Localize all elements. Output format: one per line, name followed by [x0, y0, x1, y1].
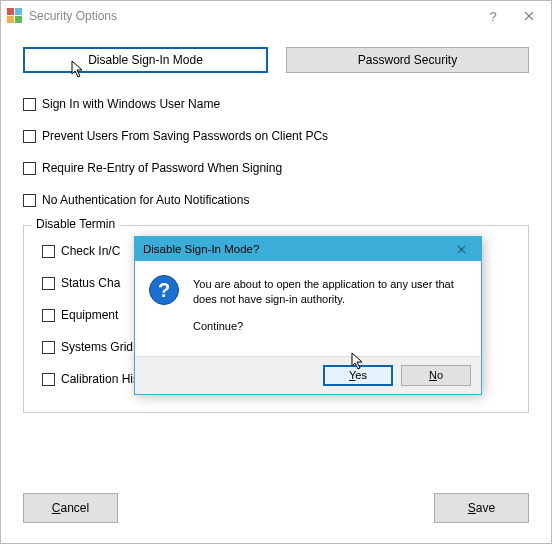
password-security-button[interactable]: Password Security: [286, 47, 529, 73]
help-button[interactable]: ?: [479, 1, 507, 31]
checkbox-prevent-save[interactable]: Prevent Users From Saving Passwords on C…: [23, 129, 529, 143]
dialog-close-button[interactable]: [449, 241, 473, 257]
titlebar: Security Options ?: [1, 1, 551, 31]
dialog-text: You are about to open the application to…: [193, 275, 467, 346]
security-options-window: Security Options ? Disable Sign-In Mode …: [0, 0, 552, 544]
checkbox-icon: [42, 341, 55, 354]
checkbox-reentry[interactable]: Require Re-Entry of Password When Signin…: [23, 161, 529, 175]
checkbox-label: Sign In with Windows User Name: [42, 97, 220, 111]
disable-signin-label: Disable Sign-In Mode: [88, 53, 203, 67]
group-legend: Disable Termin: [32, 217, 119, 231]
checkbox-label: Prevent Users From Saving Passwords on C…: [42, 129, 328, 143]
window-title: Security Options: [29, 9, 117, 23]
checkbox-icon: [23, 194, 36, 207]
checkbox-icon: [42, 245, 55, 258]
checkbox-icon: [23, 162, 36, 175]
dialog-titlebar: Disable Sign-In Mode?: [135, 237, 481, 261]
checkbox-icon: [42, 277, 55, 290]
checkbox-icon: [23, 98, 36, 111]
dialog-footer: Yes No: [135, 356, 481, 394]
checkbox-icon: [42, 309, 55, 322]
save-button[interactable]: Save: [434, 493, 529, 523]
checkbox-label: Equipment: [61, 308, 118, 322]
cancel-button[interactable]: Cancel: [23, 493, 118, 523]
close-icon: [457, 245, 466, 254]
app-icon: [7, 8, 23, 24]
close-icon: [524, 11, 534, 21]
checkbox-label: Require Re-Entry of Password When Signin…: [42, 161, 282, 175]
dialog-title: Disable Sign-In Mode?: [143, 243, 259, 255]
checkbox-no-auth[interactable]: No Authentication for Auto Notifications: [23, 193, 529, 207]
checkbox-icon: [42, 373, 55, 386]
checkbox-label: Check In/C: [61, 244, 120, 258]
checkbox-windows-user[interactable]: Sign In with Windows User Name: [23, 97, 529, 111]
confirm-dialog: Disable Sign-In Mode? ? You are about to…: [134, 236, 482, 395]
checkbox-icon: [23, 130, 36, 143]
yes-button[interactable]: Yes: [323, 365, 393, 386]
checkbox-label: Systems Grid: [61, 340, 133, 354]
no-button[interactable]: No: [401, 365, 471, 386]
checkbox-label: Status Cha: [61, 276, 120, 290]
checkbox-label: No Authentication for Auto Notifications: [42, 193, 249, 207]
question-icon: ?: [149, 275, 179, 305]
password-security-label: Password Security: [358, 53, 457, 67]
footer: Cancel Save: [23, 493, 529, 523]
disable-signin-button[interactable]: Disable Sign-In Mode: [23, 47, 268, 73]
close-button[interactable]: [507, 1, 551, 31]
